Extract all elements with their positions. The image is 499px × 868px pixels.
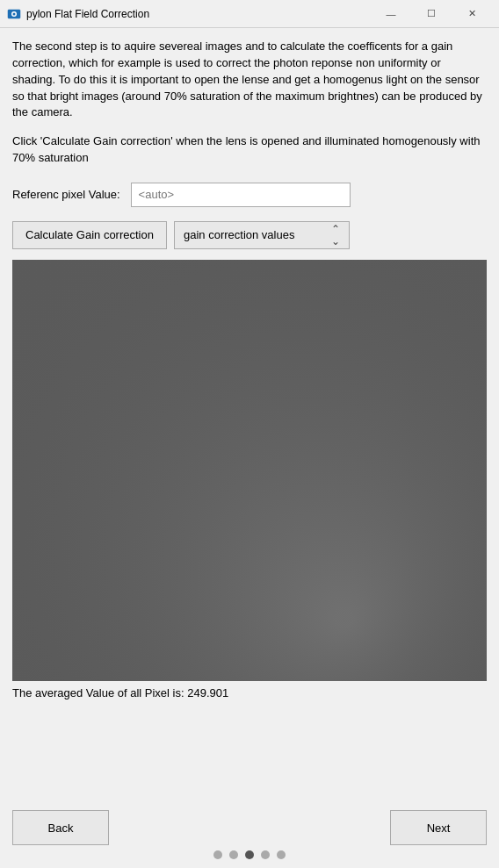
controls-row: Calculate Gain correction gain correctio… [12,221,487,249]
step-dot-0 [213,850,222,859]
gain-correction-dropdown[interactable]: gain correction values ⌃⌄ [174,221,350,249]
calculate-gain-button[interactable]: Calculate Gain correction [12,221,167,249]
titlebar: pylon Flat Field Correction — ☐ ✕ [0,0,499,28]
instruction-text: Click 'Calculate Gain correction' when t… [12,133,487,167]
footer: Back Next [0,803,499,850]
pixel-value-text: The averaged Value of all Pixel is: 249.… [12,686,487,699]
window-controls: — ☐ ✕ [371,0,492,28]
back-button[interactable]: Back [12,810,109,845]
main-window: pylon Flat Field Correction — ☐ ✕ The se… [0,0,499,868]
maximize-button[interactable]: ☐ [411,0,452,28]
window-title: pylon Flat Field Correction [26,8,371,20]
app-icon [7,7,21,21]
image-preview [12,260,487,681]
reference-pixel-input[interactable] [131,183,351,207]
dropdown-arrow-icon: ⌃⌄ [331,223,340,247]
next-button[interactable]: Next [390,810,487,845]
minimize-button[interactable]: — [371,0,411,28]
step-dot-4 [277,850,286,859]
main-content: The second step is to aquire severeal im… [0,28,499,803]
preview-canvas [12,260,487,681]
step-dot-3 [261,850,270,859]
dropdown-label: gain correction values [184,228,324,241]
svg-point-2 [13,12,16,15]
reference-pixel-label: Referenc pixel Value: [12,188,120,201]
step-dot-2 [245,850,254,859]
step-indicators [0,850,499,868]
reference-pixel-row: Referenc pixel Value: [12,183,487,207]
close-button[interactable]: ✕ [452,0,492,28]
description-text: The second step is to aquire severeal im… [12,39,487,121]
step-dot-1 [229,850,238,859]
